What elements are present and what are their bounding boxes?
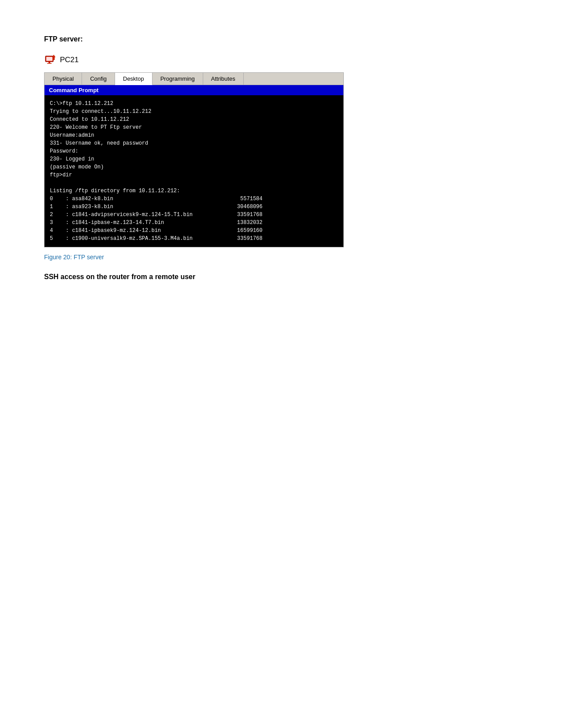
tab-config[interactable]: Config	[82, 73, 115, 85]
tab-physical[interactable]: Physical	[45, 73, 82, 85]
svg-rect-2	[48, 62, 50, 63]
pc-label: PC21	[60, 56, 79, 64]
tab-bar: Physical Config Desktop Programming Attr…	[45, 73, 343, 85]
command-prompt-bar[interactable]: Command Prompt	[45, 85, 343, 95]
terminal-output[interactable]: C:\>ftp 10.11.12.212 Trying to connect..…	[45, 95, 343, 247]
ftp-server-heading: FTP server:	[44, 35, 518, 43]
pc-icon	[44, 54, 56, 66]
svg-rect-3	[47, 63, 52, 64]
svg-rect-1	[46, 57, 52, 61]
pc-label-row: PC21	[44, 54, 518, 66]
figure-caption: Figure 20: FTP server	[44, 254, 518, 261]
simulator-window: Physical Config Desktop Programming Attr…	[44, 72, 344, 247]
ssh-section-heading: SSH access on the router from a remote u…	[44, 273, 518, 281]
tab-desktop[interactable]: Desktop	[115, 73, 153, 85]
tab-programming[interactable]: Programming	[153, 73, 203, 85]
tab-attributes[interactable]: Attributes	[203, 73, 244, 85]
